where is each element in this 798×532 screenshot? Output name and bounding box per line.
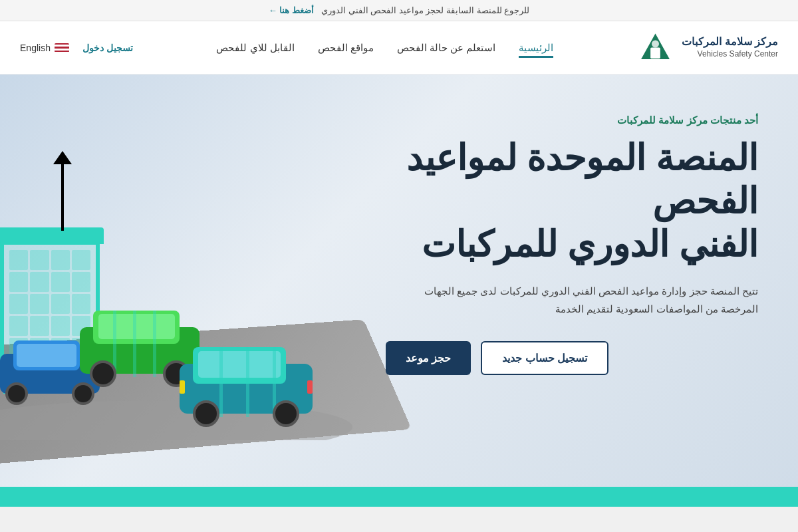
logo-icon	[637, 29, 674, 66]
svg-rect-20	[219, 347, 223, 417]
svg-rect-1	[650, 48, 660, 59]
announcement-bar: للرجوع للمنصة السابقة لحجز مواعيد الفحص …	[0, 0, 798, 21]
svg-point-7	[7, 384, 27, 404]
svg-point-24	[274, 402, 298, 426]
hero-title-line2: الفني الدوري للمركبات	[386, 223, 758, 266]
nav-link-home[interactable]: الرئيسية	[519, 42, 553, 58]
nav-links: الرئيسية استعلم عن حالة الفحص مواقع الفح…	[216, 42, 553, 54]
svg-rect-13	[133, 311, 136, 377]
logo-area: مركز سلامة المركبات Vehicles Safety Cent…	[637, 29, 778, 66]
hero-title: المنصة الموحدة لمواعيد الفحص الفني الدور…	[386, 136, 758, 265]
book-appointment-button[interactable]: حجز موعد	[386, 341, 471, 375]
arrow-shaft	[61, 164, 64, 231]
logo-text: مركز سلامة المركبات Vehicles Safety Cent…	[682, 35, 778, 59]
svg-rect-14	[153, 311, 156, 377]
svg-rect-21	[246, 347, 249, 417]
announcement-link[interactable]: أضغط هنا ←	[269, 5, 314, 15]
logo-arabic-name: مركز سلامة المركبات	[682, 35, 778, 49]
page-wrapper: للرجوع للمنصة السابقة لحجز مواعيد الفحص …	[0, 0, 798, 532]
hero-content: أحد منتجات مركز سلامة للمركبات المنصة ال…	[386, 114, 758, 375]
nav-link-status[interactable]: استعلم عن حالة الفحص	[397, 42, 496, 53]
svg-rect-26	[307, 380, 313, 394]
svg-point-2	[652, 41, 659, 48]
svg-point-15	[91, 362, 115, 386]
hero-buttons: تسجيل حساب جديد حجز موعد	[386, 341, 758, 375]
arrow-annotation	[53, 151, 72, 231]
svg-point-8	[73, 384, 93, 404]
login-button[interactable]: تسجيل دخول	[82, 43, 133, 53]
cars-illustration	[0, 254, 352, 440]
svg-point-23	[194, 402, 218, 426]
nav-item-eligible[interactable]: القابل للاي للفحص	[216, 42, 294, 54]
svg-rect-11	[98, 314, 175, 339]
svg-rect-25	[180, 380, 185, 394]
navbar: مركز سلامة المركبات Vehicles Safety Cent…	[0, 21, 798, 74]
nav-link-eligible[interactable]: القابل للاي للفحص	[216, 42, 294, 53]
language-switcher[interactable]: English	[20, 43, 69, 53]
logo-english-name: Vehicles Safety Center	[682, 49, 778, 60]
svg-rect-19	[198, 351, 281, 378]
hero-title-line1: المنصة الموحدة لمواعيد الفحص	[386, 136, 758, 223]
nav-item-locations[interactable]: مواقع الفحص	[318, 42, 374, 54]
nav-link-locations[interactable]: مواقع الفحص	[318, 42, 374, 53]
language-label: English	[20, 43, 51, 53]
nav-item-status[interactable]: استعلم عن حالة الفحص	[397, 42, 496, 54]
flag-red-stripe3	[55, 51, 69, 53]
nav-item-home[interactable]: الرئيسية	[519, 42, 553, 54]
svg-rect-6	[17, 344, 76, 367]
announcement-text: للرجوع للمنصة السابقة لحجز مواعيد الفحص …	[321, 5, 529, 15]
hero-description: تتيح المنصة حجز وإدارة مواعيد الفحص الفن…	[386, 282, 758, 318]
hero-section: أحد منتجات مركز سلامة للمركبات المنصة ال…	[0, 74, 798, 487]
nav-right: English تسجيل دخول	[20, 43, 133, 53]
hero-subtitle: أحد منتجات مركز سلامة للمركبات	[386, 114, 758, 126]
bottom-teal-bar	[0, 487, 798, 507]
register-button[interactable]: تسجيل حساب جديد	[481, 341, 608, 375]
flag-us-icon	[55, 43, 69, 53]
arrow-head-icon	[53, 151, 72, 164]
